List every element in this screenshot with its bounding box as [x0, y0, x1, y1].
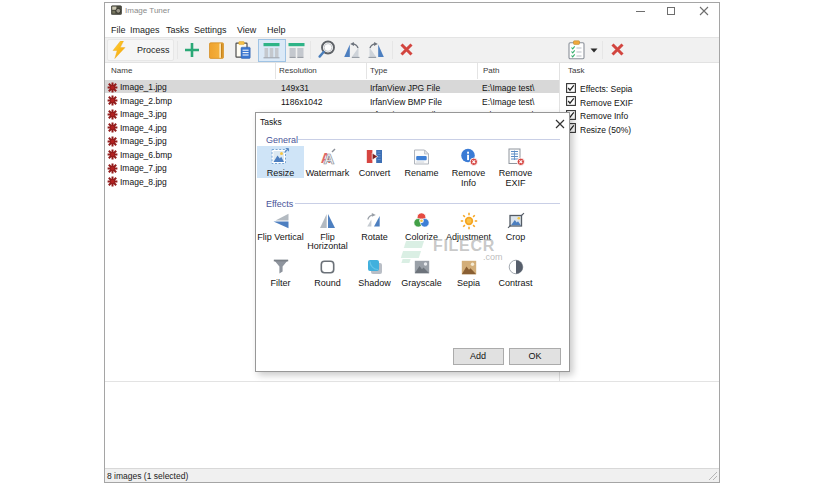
- svg-text:A: A: [323, 150, 334, 166]
